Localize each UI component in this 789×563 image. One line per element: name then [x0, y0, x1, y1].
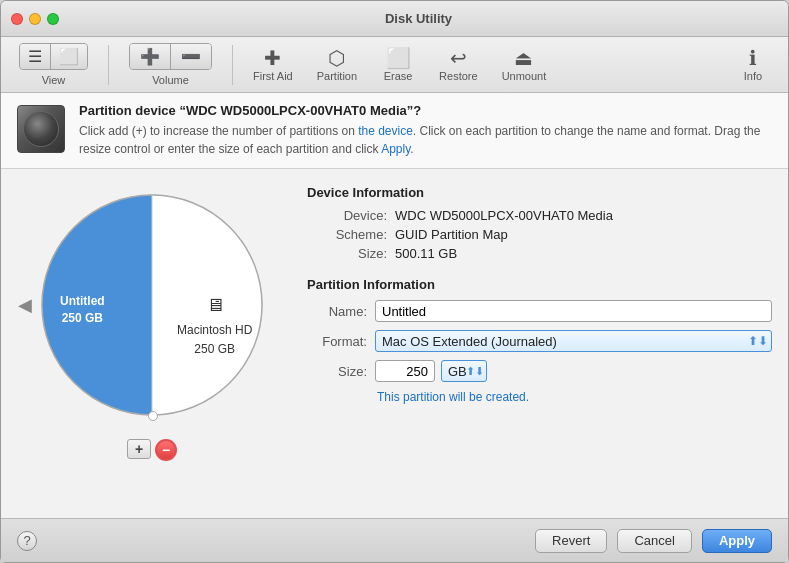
- toolbar: ☰ ⬜ View ➕ ➖ Volume ✚ First Aid ⬡ Partit…: [1, 37, 788, 93]
- create-note: This partition will be created.: [377, 390, 772, 404]
- remove-partition-button[interactable]: −: [155, 439, 177, 461]
- help-icon: ?: [23, 533, 30, 548]
- format-field-label: Format:: [307, 334, 367, 349]
- erase-label: Erase: [384, 70, 413, 82]
- apply-button[interactable]: Apply: [702, 529, 772, 553]
- disk-icon: [17, 105, 65, 153]
- volume-group[interactable]: ➕ ➖ Volume: [121, 39, 220, 90]
- help-button[interactable]: ?: [17, 531, 37, 551]
- left-arrow-icon[interactable]: ◀: [18, 294, 32, 316]
- restore-button[interactable]: ↩ Restore: [431, 44, 486, 86]
- view-sidebar-icon[interactable]: ⬜: [50, 44, 87, 69]
- revert-button[interactable]: Revert: [535, 529, 607, 553]
- erase-icon: ⬜: [386, 48, 411, 68]
- scheme-value: GUID Partition Map: [395, 227, 772, 242]
- banner-heading: Partition device “WDC WD5000LPCX-00VHAT0…: [79, 103, 772, 118]
- view-label: View: [42, 74, 66, 86]
- restore-icon: ↩: [450, 48, 467, 68]
- volume-label: Volume: [152, 74, 189, 86]
- content-area: ◀: [1, 169, 788, 518]
- close-button[interactable]: [11, 13, 23, 25]
- window-title: Disk Utility: [59, 11, 778, 26]
- name-field-label: Name:: [307, 304, 367, 319]
- device-info-table: Device: WDC WD5000LPCX-00VHAT0 Media Sch…: [307, 208, 772, 261]
- add-partition-button[interactable]: +: [127, 439, 151, 459]
- disk-platter: [23, 111, 59, 147]
- main-content: Partition device “WDC WD5000LPCX-00VHAT0…: [1, 93, 788, 518]
- pie-chart-area: ◀: [17, 185, 287, 502]
- separator-2: [232, 45, 233, 85]
- size-row: Size: GB MB TB ⬆⬇: [307, 360, 772, 382]
- partition-icon: ⬡: [328, 48, 345, 68]
- pie-container: Untitled 250 GB 🖥 Macintosh HD 250 GB: [32, 185, 272, 425]
- view-list-icon[interactable]: ☰: [20, 44, 50, 69]
- volume-remove-icon[interactable]: ➖: [170, 44, 211, 69]
- banner-text: Partition device “WDC WD5000LPCX-00VHAT0…: [79, 103, 772, 158]
- format-select-wrap: Mac OS Extended (Journaled) Mac OS Exten…: [375, 330, 772, 352]
- first-aid-button[interactable]: ✚ First Aid: [245, 44, 301, 86]
- resize-handle[interactable]: [148, 411, 158, 421]
- size-unit-wrap: GB MB TB ⬆⬇: [441, 360, 487, 382]
- partition-info-title: Partition Information: [307, 277, 772, 292]
- minimize-button[interactable]: [29, 13, 41, 25]
- restore-label: Restore: [439, 70, 478, 82]
- size-label: Size:: [307, 246, 387, 261]
- size-field-label: Size:: [307, 364, 367, 379]
- info-icon: ℹ: [749, 48, 757, 68]
- format-select[interactable]: Mac OS Extended (Journaled) Mac OS Exten…: [375, 330, 772, 352]
- size-value: 500.11 GB: [395, 246, 772, 261]
- name-row: Name:: [307, 300, 772, 322]
- name-input[interactable]: [375, 300, 772, 322]
- unmount-icon: ⏏: [514, 48, 533, 68]
- device-value: WDC WD5000LPCX-00VHAT0 Media: [395, 208, 772, 223]
- size-controls: GB MB TB ⬆⬇: [375, 360, 487, 382]
- erase-button[interactable]: ⬜ Erase: [373, 44, 423, 86]
- info-panel: Device Information Device: WDC WD5000LPC…: [307, 185, 772, 502]
- footer: ? Revert Cancel Apply: [1, 518, 788, 562]
- volume-add-icon[interactable]: ➕: [130, 44, 170, 69]
- format-row: Format: Mac OS Extended (Journaled) Mac …: [307, 330, 772, 352]
- partition-info-section: Partition Information Name: Format: Mac …: [307, 277, 772, 404]
- device-label: Device:: [307, 208, 387, 223]
- first-aid-icon: ✚: [264, 48, 281, 68]
- partition-label: Partition: [317, 70, 357, 82]
- titlebar: Disk Utility: [1, 1, 788, 37]
- scheme-label: Scheme:: [307, 227, 387, 242]
- disk-utility-window: Disk Utility ☰ ⬜ View ➕ ➖ Volume ✚ First…: [0, 0, 789, 563]
- device-info-title: Device Information: [307, 185, 772, 200]
- banner-description: Click add (+) to increase the number of …: [79, 122, 772, 158]
- first-aid-label: First Aid: [253, 70, 293, 82]
- unmount-button[interactable]: ⏏ Unmount: [494, 44, 555, 86]
- partition-controls: + −: [127, 439, 177, 461]
- info-label: Info: [744, 70, 762, 82]
- traffic-lights: [11, 13, 59, 25]
- size-input[interactable]: [375, 360, 435, 382]
- cancel-button[interactable]: Cancel: [617, 529, 691, 553]
- info-button[interactable]: ℹ Info: [728, 44, 778, 86]
- partition-button[interactable]: ⬡ Partition: [309, 44, 365, 86]
- pie-chart-svg: [32, 185, 272, 425]
- unmount-label: Unmount: [502, 70, 547, 82]
- separator-1: [108, 45, 109, 85]
- size-unit-select[interactable]: GB MB TB: [441, 360, 487, 382]
- view-button[interactable]: ☰ ⬜ View: [11, 39, 96, 90]
- info-banner: Partition device “WDC WD5000LPCX-00VHAT0…: [1, 93, 788, 169]
- maximize-button[interactable]: [47, 13, 59, 25]
- footer-buttons: Revert Cancel Apply: [535, 529, 772, 553]
- banner-link-apply: Apply: [381, 142, 410, 156]
- banner-link-device: the device: [358, 124, 413, 138]
- device-info-section: Device Information Device: WDC WD5000LPC…: [307, 185, 772, 261]
